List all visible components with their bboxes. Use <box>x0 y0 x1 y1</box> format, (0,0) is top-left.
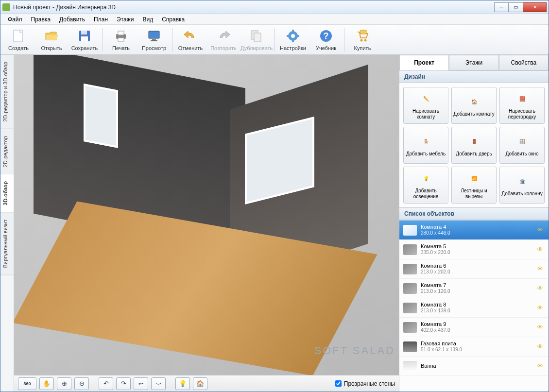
visibility-icon[interactable]: 👁 <box>537 343 545 350</box>
menubar: Файл Правка Добавить План Этажи Вид Спра… <box>0 14 549 25</box>
column-icon: 🏛️ <box>515 174 530 189</box>
list-item[interactable]: Комната 5335.0 x 230.0👁 <box>399 240 549 259</box>
svg-rect-2 <box>81 31 87 34</box>
nav-zoomout-button[interactable]: ⊖ <box>74 377 89 390</box>
menu-file[interactable]: Файл <box>3 15 27 24</box>
window-controls: ─ ▭ ✕ <box>494 2 547 12</box>
list-item[interactable]: Газовая плита51.0 x 62.1 x 139.0👁 <box>399 337 549 357</box>
save-button[interactable]: Сохранить <box>69 26 101 53</box>
visibility-icon[interactable]: 👁 <box>537 304 545 311</box>
menu-view[interactable]: Вид <box>138 15 157 24</box>
undo-button[interactable]: Отменить <box>174 26 206 53</box>
tab-project[interactable]: Проект <box>399 55 449 70</box>
stairs-button[interactable]: 📶Лестницы и вырезы <box>451 167 497 204</box>
folder-open-icon <box>44 28 59 44</box>
design-grid: ✏️Нарисовать комнату 🏠Добавить комнату 🧱… <box>399 83 549 207</box>
draw-room-button[interactable]: ✏️Нарисовать комнату <box>403 87 448 124</box>
monitor-icon <box>146 28 162 44</box>
print-button[interactable]: Печать <box>105 26 137 53</box>
svg-rect-15 <box>292 40 294 42</box>
panel-tabs: Проект Этажи Свойства <box>399 55 549 70</box>
nav-pan-button[interactable]: ✋ <box>39 377 54 390</box>
list-item[interactable]: Комната 6213.0 x 202.0👁 <box>399 259 549 279</box>
svg-point-21 <box>364 39 367 42</box>
object-list[interactable]: Комната 4280.0 x 446.0👁 Комната 5335.0 x… <box>399 220 549 392</box>
tutorial-button[interactable]: ?Учебник <box>310 26 342 53</box>
app-icon <box>2 3 10 11</box>
svg-rect-17 <box>297 35 299 37</box>
add-door-button[interactable]: 🚪Добавить дверь <box>451 127 497 164</box>
menu-plan[interactable]: План <box>89 15 112 24</box>
menu-help[interactable]: Справка <box>157 15 189 24</box>
nav-rotright-button[interactable]: ↷ <box>116 377 131 390</box>
transparent-walls-checkbox[interactable]: Прозрачные стены <box>335 380 395 387</box>
svg-point-20 <box>360 39 363 42</box>
svg-point-13 <box>291 34 295 38</box>
vtab-3d[interactable]: 3D-обзор <box>0 174 14 213</box>
3d-scene <box>14 55 399 375</box>
nav-toolbar: 360 ✋ ⊕ ⊖ ↶ ↷ ⤺ ⤻ 💡 🏠 Прозрачные стены <box>14 375 399 392</box>
box-icon <box>403 264 417 274</box>
nav-zoomin-button[interactable]: ⊕ <box>57 377 71 390</box>
duplicate-button[interactable]: Дублировать <box>240 26 273 53</box>
list-item[interactable]: Ванна👁 <box>399 357 549 376</box>
visibility-icon[interactable]: 👁 <box>537 246 545 253</box>
list-item[interactable]: Комната 8213.0 x 139.0👁 <box>399 298 549 318</box>
undo-icon <box>183 28 198 44</box>
menu-add[interactable]: Добавить <box>55 15 89 24</box>
gear-icon <box>285 28 301 44</box>
vtab-2d3d[interactable]: 2D-редактор и 3D-обзор <box>0 55 14 129</box>
stairs-icon: 📶 <box>466 171 482 187</box>
brick-icon: 🧱 <box>515 91 530 107</box>
list-item[interactable]: Комната 9402.0 x 437.0👁 <box>399 318 549 337</box>
buy-button[interactable]: Купить <box>346 26 378 53</box>
nav-tiltdown-button[interactable]: ⤻ <box>151 377 166 390</box>
visibility-icon[interactable]: 👁 <box>537 226 545 234</box>
svg-rect-7 <box>149 31 159 38</box>
maximize-button[interactable]: ▭ <box>509 2 523 12</box>
open-button[interactable]: Открыть <box>35 26 68 53</box>
svg-text:?: ? <box>324 31 329 41</box>
list-item[interactable]: Комната 4280.0 x 446.0👁 <box>399 221 549 240</box>
menu-floors[interactable]: Этажи <box>112 15 138 24</box>
chair-icon: 🪑 <box>418 134 434 150</box>
menu-edit[interactable]: Правка <box>27 15 55 24</box>
add-room-button[interactable]: 🏠Добавить комнату <box>451 87 497 124</box>
vtab-2d[interactable]: 2D-редактор <box>0 129 14 174</box>
nav-tiltup-button[interactable]: ⤺ <box>134 377 148 390</box>
add-furniture-button[interactable]: 🪑Добавить мебель <box>403 127 448 164</box>
visibility-icon[interactable]: 👁 <box>537 285 545 292</box>
tab-floors[interactable]: Этажи <box>449 55 498 70</box>
visibility-icon[interactable]: 👁 <box>537 265 545 273</box>
minimize-button[interactable]: ─ <box>494 2 509 12</box>
transparent-walls-input[interactable] <box>335 380 342 387</box>
side-panel: Проект Этажи Свойства Дизайн ✏️Нарисоват… <box>399 55 549 392</box>
box-icon <box>403 322 417 333</box>
add-column-button[interactable]: 🏛️Добавить колонну <box>499 167 545 204</box>
svg-rect-6 <box>118 38 124 41</box>
close-button[interactable]: ✕ <box>523 2 547 12</box>
create-button[interactable]: Создать <box>2 26 34 53</box>
add-lighting-button[interactable]: 💡Добавить освещение <box>403 167 448 204</box>
visibility-icon[interactable]: 👁 <box>537 324 545 331</box>
nav-home-button[interactable]: 🏠 <box>193 377 207 390</box>
printer-icon <box>113 28 129 44</box>
3d-canvas[interactable]: SOFT SALAD <box>14 55 399 375</box>
nav-360-button[interactable]: 360 <box>18 377 36 390</box>
visibility-icon[interactable]: 👁 <box>537 362 545 370</box>
nav-light-button[interactable]: 💡 <box>175 377 190 390</box>
vtab-virtual[interactable]: Виртуальный визит <box>0 213 14 275</box>
add-window-button[interactable]: 🪟Добавить окно <box>499 127 545 164</box>
bath-icon <box>403 361 417 372</box>
door-icon: 🚪 <box>466 134 482 150</box>
draw-partition-button[interactable]: 🧱Нарисовать перегородку <box>499 87 545 124</box>
nav-rotleft-button[interactable]: ↶ <box>99 377 113 390</box>
svg-rect-3 <box>81 36 88 41</box>
settings-button[interactable]: Настройки <box>277 26 309 53</box>
tab-properties[interactable]: Свойства <box>499 55 549 70</box>
redo-button[interactable]: Повторить <box>207 26 240 53</box>
svg-rect-9 <box>151 40 157 41</box>
preview-button[interactable]: Просмотр <box>138 26 170 53</box>
list-item[interactable]: Комната 7213.0 x 126.0👁 <box>399 279 549 298</box>
design-section-header: Дизайн <box>399 70 549 83</box>
